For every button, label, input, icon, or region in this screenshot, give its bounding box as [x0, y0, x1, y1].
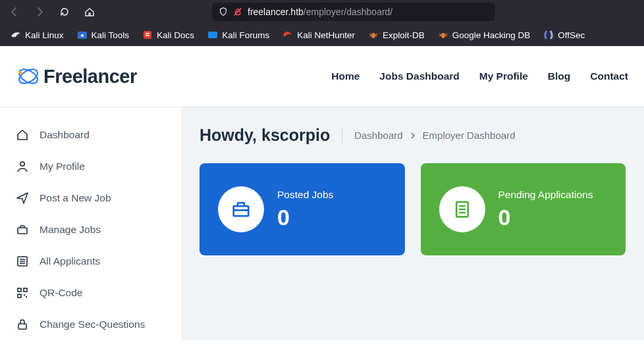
nethunter-icon	[282, 30, 293, 40]
bookmark-google-hacking-db[interactable]: Google Hacking DB	[433, 27, 536, 43]
spider-icon	[368, 30, 379, 40]
sidebar-item-dashboard[interactable]: Dashboard	[0, 119, 181, 151]
nav-reload-button[interactable]	[57, 4, 72, 20]
nav-link-profile[interactable]: My Profile	[479, 70, 528, 82]
svg-rect-5	[146, 33, 149, 34]
bookmark-label: OffSec	[558, 30, 585, 40]
breadcrumb-root[interactable]: Dashboard	[354, 130, 402, 141]
sidebar-item-post-job[interactable]: Post a New Job	[0, 182, 181, 214]
sidebar-item-manage-jobs[interactable]: Manage Jobs	[0, 214, 181, 246]
dragon-icon	[11, 30, 21, 40]
logo-text: Freelancer	[43, 66, 137, 88]
svg-rect-19	[18, 288, 21, 292]
nav-link-contact[interactable]: Contact	[590, 70, 628, 82]
list-icon	[16, 255, 29, 268]
sidebar: Dashboard My Profile Post a New Job Mana…	[0, 107, 181, 340]
address-bar[interactable]: freelancer.htb/employer/dashboard/	[212, 3, 495, 21]
nav-back-button[interactable]	[7, 4, 22, 20]
qr-icon	[16, 286, 29, 299]
bookmark-label: Kali NetHunter	[297, 30, 355, 40]
sidebar-item-label: Manage Jobs	[40, 224, 101, 236]
breadcrumb: Dashboard Employer Dashboard	[354, 130, 515, 141]
bookmark-exploit-db[interactable]: Exploit-DB	[363, 27, 430, 43]
nav-link-blog[interactable]: Blog	[548, 70, 570, 82]
page-title: Howdy, kscorpio	[200, 126, 330, 145]
bookmark-kali-docs[interactable]: Kali Docs	[137, 27, 200, 43]
chevron-right-icon	[410, 132, 416, 139]
url-host: freelancer.htb	[248, 7, 304, 17]
document-icon	[439, 186, 485, 232]
main-content: Howdy, kscorpio Dashboard Employer Dashb…	[181, 107, 644, 340]
browser-top-bar: freelancer.htb/employer/dashboard/	[0, 0, 644, 24]
sidebar-item-label: My Profile	[40, 161, 85, 172]
bookmark-label: Kali Forums	[222, 30, 269, 40]
svg-rect-7	[208, 32, 217, 38]
spider-icon	[438, 30, 448, 40]
svg-rect-23	[26, 296, 27, 298]
bookmark-label: Kali Docs	[157, 30, 194, 40]
logo-icon	[16, 64, 41, 89]
headline-row: Howdy, kscorpio Dashboard Employer Dashb…	[200, 126, 626, 145]
bookmark-label: Google Hacking DB	[452, 30, 531, 40]
sidebar-item-label: All Applicants	[40, 255, 100, 267]
bookmark-kali-linux[interactable]: Kali Linux	[5, 27, 69, 43]
sidebar-item-label: Dashboard	[40, 129, 90, 141]
offsec-icon	[543, 30, 554, 40]
divider	[342, 128, 342, 143]
site-header: Freelancer Home Jobs Dashboard My Profil…	[0, 46, 644, 107]
forums-icon	[207, 30, 218, 40]
bookmark-kali-nethunter[interactable]: Kali NetHunter	[277, 27, 360, 43]
svg-rect-20	[24, 288, 27, 292]
shield-icon	[219, 7, 228, 16]
card-label: Posted Jobs	[277, 189, 333, 201]
sidebar-item-label: Post a New Job	[40, 192, 111, 204]
nav-link-jobs[interactable]: Jobs Dashboard	[379, 70, 459, 82]
home-icon	[84, 7, 95, 17]
sidebar-item-qr-code[interactable]: QR-Code	[0, 277, 181, 309]
svg-point-11	[17, 66, 40, 86]
bookmark-kali-tools[interactable]: Kali Tools	[72, 27, 135, 43]
svg-rect-6	[146, 35, 149, 36]
sidebar-item-label: Change Sec-Questions	[40, 319, 145, 330]
bookmarks-bar: Kali Linux Kali Tools Kali Docs Kali For…	[0, 24, 644, 46]
home-icon	[16, 128, 29, 142]
svg-rect-22	[24, 294, 25, 296]
svg-rect-21	[18, 294, 21, 298]
nav-forward-button[interactable]	[32, 4, 47, 20]
briefcase-icon	[16, 223, 29, 236]
stat-cards: Posted Jobs 0 Pending Applications 0	[200, 163, 626, 255]
card-label: Pending Applications	[498, 189, 593, 201]
svg-point-12	[18, 71, 22, 74]
send-icon	[16, 192, 29, 205]
url-path: /employer/dashboard/	[304, 7, 392, 17]
svg-rect-14	[18, 228, 27, 234]
card-pending-applications: Pending Applications 0	[421, 163, 626, 255]
svg-rect-24	[18, 324, 26, 329]
arrow-left-icon	[9, 7, 20, 17]
bookmark-label: Kali Tools	[92, 30, 130, 40]
bookmark-offsec[interactable]: OffSec	[538, 27, 590, 43]
lock-icon	[16, 318, 29, 331]
svg-point-9	[441, 33, 445, 38]
svg-point-8	[371, 33, 375, 38]
arrow-right-icon	[34, 7, 45, 17]
tools-icon	[77, 30, 88, 40]
bookmark-label: Kali Linux	[25, 30, 64, 40]
bookmark-kali-forums[interactable]: Kali Forums	[202, 27, 275, 43]
card-value: 0	[498, 205, 593, 230]
user-icon	[16, 160, 29, 173]
sidebar-item-change-sec-questions[interactable]: Change Sec-Questions	[0, 309, 181, 340]
svg-point-3	[81, 34, 84, 37]
sidebar-item-label: QR-Code	[40, 287, 82, 299]
breadcrumb-current: Employer Dashboard	[423, 130, 516, 141]
sidebar-item-my-profile[interactable]: My Profile	[0, 151, 181, 182]
docs-icon	[142, 30, 153, 40]
nav-link-home[interactable]: Home	[331, 70, 360, 82]
site-logo[interactable]: Freelancer	[16, 64, 137, 89]
nav-home-button[interactable]	[82, 4, 97, 20]
card-posted-jobs: Posted Jobs 0	[200, 163, 405, 255]
bookmark-label: Exploit-DB	[383, 30, 425, 40]
svg-point-13	[20, 162, 24, 166]
reload-icon	[59, 7, 70, 17]
sidebar-item-all-applicants[interactable]: All Applicants	[0, 246, 181, 277]
